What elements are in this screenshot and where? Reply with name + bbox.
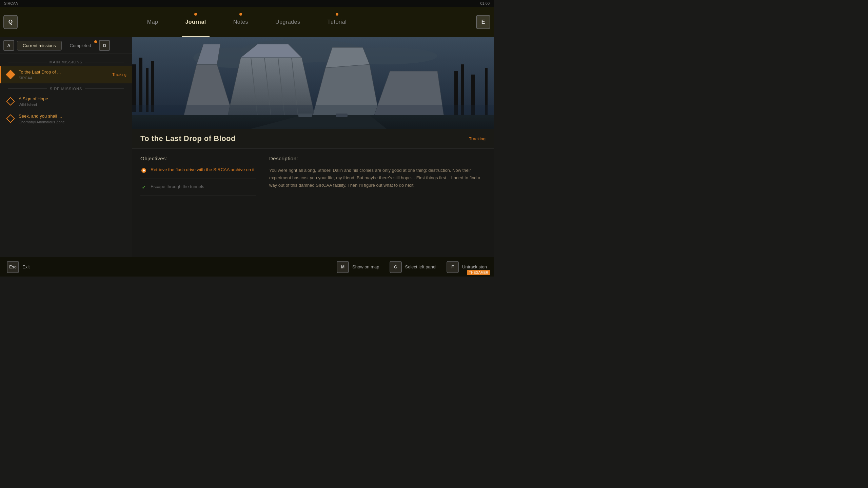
bottom-bar: Esc Exit M Show on map C Select left pan… <box>0 257 494 277</box>
tracking-label: Tracking <box>469 136 486 141</box>
nav-key-q[interactable]: Q <box>3 15 18 29</box>
mission-list: Main missions To the Last Drop of ... SI… <box>0 54 132 257</box>
mission-info-seek: Seek, and you shall ... Chornobyl Anomal… <box>19 114 126 124</box>
key-a[interactable]: A <box>3 40 14 51</box>
check-icon: ✓ <box>142 184 146 190</box>
objective-text-2: Escape through the tunnels <box>151 184 204 190</box>
nav-bar: Q Map Journal Notes Upgrades Tutorial E <box>0 7 494 37</box>
mission-icon-seek <box>6 115 15 123</box>
nav-tabs: Map Journal Notes Upgrades Tutorial <box>144 7 350 37</box>
objectives-section: Objectives: Retrieve the flash drive wit… <box>140 156 256 250</box>
game-title: SIRCAA <box>4 1 18 5</box>
clock: 01:00 <box>480 1 490 5</box>
exit-action[interactable]: Esc Exit <box>7 261 30 273</box>
objective-1: Retrieve the flash drive with the SIRCAA… <box>140 167 256 179</box>
right-panel: To the Last Drop of Blood Tracking Objec… <box>132 37 494 257</box>
m-key: M <box>337 261 349 273</box>
mission-item-last-drop[interactable]: To the Last Drop of ... SIRCAA Tracking <box>0 66 132 83</box>
watermark: THEGAMER <box>467 270 490 275</box>
esc-key: Esc <box>7 261 19 273</box>
description-section: Description: You were right all along, S… <box>269 156 486 250</box>
svg-rect-5 <box>139 58 142 112</box>
key-d[interactable]: D <box>99 40 110 51</box>
description-title: Description: <box>269 156 486 161</box>
completed-dot <box>94 40 97 43</box>
objective-text-1: Retrieve the flash drive with the SIRCAA… <box>151 167 254 173</box>
tab-journal[interactable]: Journal <box>182 7 209 37</box>
description-text: You were right all along, Strider! Dalin… <box>269 167 486 189</box>
mission-location-seek: Chornobyl Anomalous Zone <box>19 120 126 124</box>
objectives-title: Objectives: <box>140 156 256 161</box>
top-bar: SIRCAA 01:00 <box>0 0 494 7</box>
select-panel-label: Select left panel <box>405 264 437 269</box>
mission-name-seek: Seek, and you shall ... <box>19 114 126 119</box>
mission-details: Objectives: Retrieve the flash drive wit… <box>132 149 494 257</box>
left-panel: A Current missions Completed D Main miss… <box>0 37 132 257</box>
tracking-badge: Tracking <box>112 73 126 77</box>
mission-item-seek[interactable]: Seek, and you shall ... Chornobyl Anomal… <box>0 110 132 127</box>
tab-map[interactable]: Map <box>144 7 162 37</box>
f-key: F <box>447 261 459 273</box>
mission-info-hope: A Sign of Hope Wild Island <box>19 96 126 107</box>
mission-name-hope: A Sign of Hope <box>19 96 126 102</box>
c-key: C <box>390 261 402 273</box>
exit-label: Exit <box>22 264 30 269</box>
main-content: A Current missions Completed D Main miss… <box>0 37 494 257</box>
tab-upgrades[interactable]: Upgrades <box>272 7 303 37</box>
current-missions-tab[interactable]: Current missions <box>17 41 62 50</box>
objective-icon-active <box>140 167 147 174</box>
svg-rect-7 <box>151 61 154 112</box>
main-missions-header: Main missions <box>0 57 132 66</box>
mission-title-bar: To the Last Drop of Blood Tracking <box>132 129 494 149</box>
mission-icon-main <box>6 70 15 79</box>
show-map-action[interactable]: M Show on map <box>337 261 379 273</box>
objective-2: ✓ Escape through the tunnels <box>140 184 256 196</box>
mission-icon-hope <box>6 97 15 105</box>
mission-info-last-drop: To the Last Drop of ... SIRCAA <box>19 69 108 80</box>
svg-rect-27 <box>132 105 494 129</box>
select-panel-action[interactable]: C Select left panel <box>390 261 437 273</box>
mission-image <box>132 37 494 129</box>
tab-tutorial[interactable]: Tutorial <box>324 7 350 37</box>
untrack-label: Untrack sten <box>462 264 487 269</box>
tab-notes[interactable]: Notes <box>230 7 252 37</box>
mission-item-sign-of-hope[interactable]: A Sign of Hope Wild Island <box>0 93 132 110</box>
mission-tabs: A Current missions Completed D <box>0 37 132 54</box>
svg-marker-17 <box>326 47 370 68</box>
side-missions-header: Side missions <box>0 83 132 93</box>
mission-name-last-drop: To the Last Drop of ... <box>19 69 108 75</box>
show-map-label: Show on map <box>352 264 379 269</box>
mission-title: To the Last Drop of Blood <box>140 134 236 143</box>
mission-location-last-drop: SIRCAA <box>19 76 108 80</box>
svg-rect-4 <box>132 64 136 112</box>
nav-key-e[interactable]: E <box>476 15 490 29</box>
completed-tab[interactable]: Completed <box>64 41 97 50</box>
mission-location-hope: Wild Island <box>19 103 126 107</box>
objective-icon-completed: ✓ <box>140 184 147 191</box>
